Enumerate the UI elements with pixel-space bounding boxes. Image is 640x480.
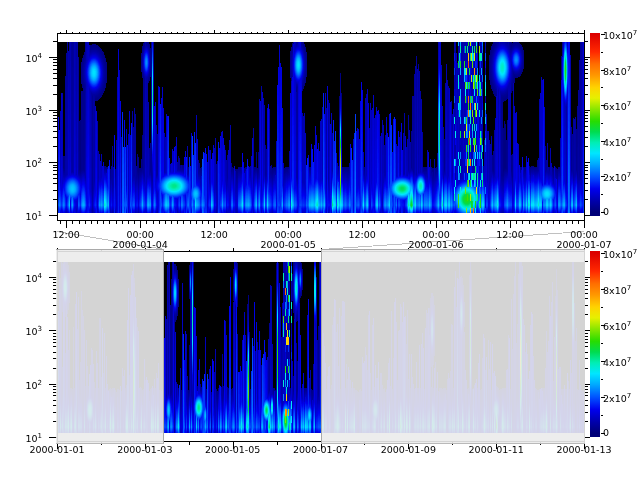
context-dim-overlay-right[interactable] — [321, 249, 585, 444]
spectrogram-zoom-view: 10110210310410110210310412:0000:002000-0… — [0, 0, 640, 480]
context-dim-overlay-left[interactable] — [56, 249, 164, 444]
